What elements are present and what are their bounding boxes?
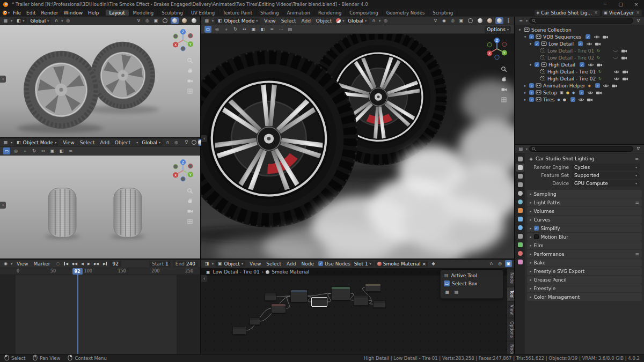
collection-checkbox[interactable]: ✓ [529,34,534,39]
zoom-icon[interactable] [187,188,193,194]
shading-rendered[interactable] [495,17,503,24]
tool-move-icon[interactable]: ＋ [223,26,230,33]
camera-view-icon[interactable] [501,86,507,93]
view-layer-properties-tab[interactable] [516,181,524,189]
object-data-properties-tab[interactable] [516,241,524,249]
proportional-edit-icon[interactable]: ◎ [173,139,180,146]
menu-file[interactable]: File [10,10,24,16]
outliner-search-input[interactable] [529,18,633,24]
outliner-row-tires[interactable]: ▸✓Tires◆●✓ [515,96,644,103]
shader-type-dropdown[interactable]: ▣Object▾ [215,261,245,267]
timeline-menu-view[interactable]: View [14,261,31,267]
use-nodes-checkbox[interactable]: ✓ [318,261,323,266]
outliner-row-animation-helper[interactable]: ▸✓Animation Helper◆✓ [515,82,644,89]
shading-wireframe[interactable] [161,17,169,24]
expander-icon[interactable]: ▸ [523,98,528,102]
grid-toggle-icon[interactable] [187,218,193,225]
play-button[interactable]: ▶ [86,262,91,266]
shader-menu-select[interactable]: Select [264,261,284,267]
expander-icon[interactable]: ▸ [523,84,528,88]
outliner-row-vdb-sequences[interactable]: ▾✓VDB Sequences✓ [515,33,644,40]
filter-icon[interactable]: ∇ [432,17,439,24]
collection-checkbox[interactable]: ✓ [529,97,534,102]
editor-type-icon[interactable]: ◉ [2,260,9,267]
pan-hand-icon[interactable] [501,76,507,83]
menu-help[interactable]: Help [85,10,102,16]
toggle-eye-icon[interactable] [613,70,620,74]
texture-properties-tab[interactable] [516,258,524,266]
toggle-cam-icon[interactable] [595,91,602,95]
tool-measure-icon[interactable]: ≡ [67,147,74,154]
section-film[interactable]: ▸Film [527,241,642,249]
editor-type-icon[interactable]: ≡ [517,17,524,24]
expander-icon[interactable]: ▾ [528,63,533,67]
workspace-tab-scripting[interactable]: Scripting [429,10,457,16]
scene-unlink-icon[interactable]: × [594,10,598,15]
shading-wireframe[interactable] [192,139,196,146]
playhead[interactable] [77,268,78,354]
toggle-cam-icon[interactable] [620,56,627,60]
toggle-eye-icon[interactable] [587,63,594,67]
snap-icon[interactable]: ∩ [164,139,171,146]
menu-render[interactable]: Render [39,10,61,16]
workspace-tab-modeling[interactable]: Modeling [129,10,158,16]
shader-node-6[interactable] [354,295,369,306]
toolbar-expand-tab[interactable]: ‹ [0,76,6,83]
constraints-properties-tab[interactable] [516,232,524,240]
tool-scale-icon[interactable]: ↔ [40,147,47,154]
toggle-check-icon[interactable]: ✓ [577,41,584,46]
outliner-row-low-detail-tire-02[interactable]: Low Detail - Tire 02↻ [515,54,644,61]
toggle-cam-icon[interactable] [594,42,601,46]
toggle-eyeoff-icon[interactable] [612,49,619,53]
workspace-tab-sculpting[interactable]: Sculpting [158,10,187,16]
settings-icon[interactable]: ≡ [633,156,640,162]
viewport-menu-select[interactable]: Select [77,140,98,145]
toolbar-expand-tab[interactable]: ‹ [201,135,207,142]
editor-type-icon[interactable]: ▦ [2,17,9,24]
viewport-menu-object[interactable]: Object [313,18,334,24]
toolbar-expand-tab[interactable]: ‹ [201,275,207,282]
orientation-dropdown[interactable]: Global▾ [28,18,52,24]
camera-view-icon[interactable] [187,78,193,84]
viewport-main-canvas[interactable]: ZYX ‹ [201,34,514,258]
shading-wireframe[interactable] [466,17,474,24]
scene-selector[interactable]: ◈ Car Studio Shot Lig... × [535,10,600,16]
workspace-tab-compositing[interactable]: Compositing [346,10,382,16]
outliner-row-high-detail-tire-02[interactable]: High Detail - Tire 02↻ [515,75,644,82]
playhead-frame-chip[interactable]: 92 [72,268,83,275]
shader-node-7[interactable] [365,283,381,292]
sidebar-tab-tool[interactable]: Tool [507,287,514,301]
section-sampling[interactable]: ▸Sampling [527,190,642,198]
editor-type-icon[interactable]: ◨ [203,260,210,267]
tool-transform-icon[interactable]: ▣ [250,26,257,33]
tool-annotate-icon[interactable]: ◧ [259,26,266,33]
tool-cursor-icon[interactable]: ◎ [12,147,19,154]
material-properties-tab[interactable] [516,249,524,257]
toggle-cam-icon[interactable] [620,49,627,53]
nav-gizmo[interactable]: ZYX [170,27,196,54]
section-volumes[interactable]: ▸Volumes [527,207,642,215]
pan-hand-icon[interactable] [187,198,193,204]
maximize-button[interactable]: ▢ [613,0,628,9]
viewport-menu-add[interactable]: Add [298,18,313,24]
toggle-cam-icon[interactable] [622,70,629,74]
expander-icon[interactable]: ▾ [523,35,528,39]
shading-material[interactable] [486,17,494,24]
xray-icon[interactable]: ▣ [458,17,465,24]
shading-solid[interactable] [476,17,484,24]
section-checkbox[interactable]: ✓ [534,226,539,231]
toggle-eye-icon[interactable] [613,77,620,81]
world-properties-tab[interactable] [516,198,524,206]
shader-node-10[interactable] [250,317,260,325]
filter-icon[interactable]: ∇ [635,17,642,24]
falloff-icon[interactable] [336,18,341,23]
object-properties-tab[interactable] [516,206,524,215]
output-properties-tab[interactable] [516,172,524,180]
viewlayer-selector[interactable]: ▣ ViewLayer × [602,10,642,16]
snap-icon[interactable]: ∩ [370,17,377,24]
viewport-menu-view[interactable]: View [60,140,77,145]
workspace-tab-geometry-nodes[interactable]: Geometry Nodes [383,10,429,16]
outliner-row-low-detail-tire-01[interactable]: Low Detail - Tire 01↻ [515,47,644,54]
close-button[interactable]: × [628,0,644,9]
overlays-icon[interactable]: ◎ [449,17,456,24]
